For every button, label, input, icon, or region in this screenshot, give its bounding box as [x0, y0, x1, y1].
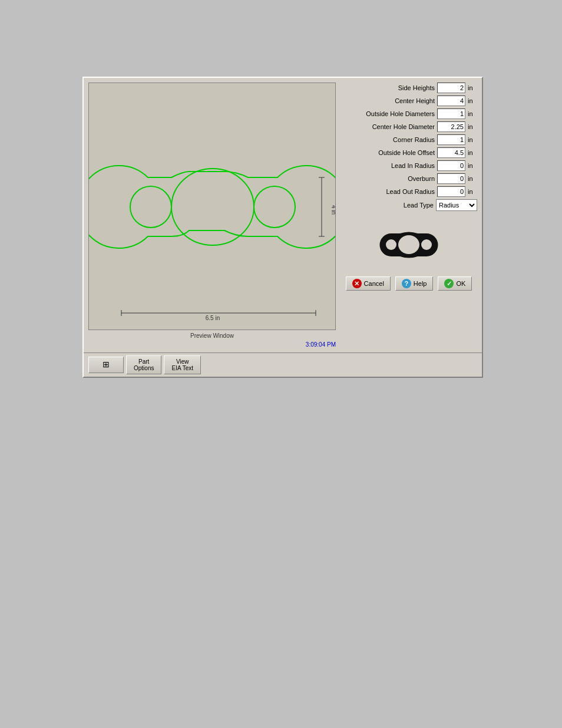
- lead-type-row: Lead Type Radius Line None: [340, 199, 477, 211]
- preview-label: Preview Window: [88, 331, 336, 340]
- thumbnail-svg: [376, 223, 441, 267]
- center-height-input[interactable]: [437, 95, 465, 106]
- outside-hole-offset-unit: in: [468, 149, 477, 156]
- outside-hole-diameters-input[interactable]: [437, 108, 465, 119]
- svg-point-0: [171, 169, 254, 245]
- svg-point-1: [130, 186, 171, 228]
- part-options-label: PartOptions: [134, 358, 154, 371]
- overburn-input[interactable]: [437, 173, 465, 184]
- help-icon: ?: [402, 279, 411, 288]
- corner-radius-input[interactable]: [437, 134, 465, 145]
- lead-in-radius-unit: in: [468, 162, 477, 169]
- overburn-unit: in: [468, 175, 477, 182]
- lead-out-radius-input[interactable]: [437, 186, 465, 197]
- action-button-row: ✕ Cancel ? Help ✓ OK: [340, 273, 477, 294]
- center-hole-diameter-input[interactable]: [437, 121, 465, 132]
- lead-out-radius-row: Lead Out Radius in: [340, 186, 477, 197]
- overburn-label: Overburn: [340, 175, 435, 182]
- outside-hole-offset-input[interactable]: [437, 147, 465, 158]
- side-heights-input[interactable]: [437, 83, 465, 93]
- bottom-toolbar: ⊞ PartOptions ViewEIA Text: [84, 353, 482, 377]
- grid-icon: ⊞: [103, 360, 110, 369]
- lead-type-label: Lead Type: [340, 202, 434, 209]
- center-hole-diameter-label: Center Hole Diameter: [340, 123, 435, 130]
- part-options-button[interactable]: PartOptions: [126, 355, 161, 374]
- shape-thumbnail: [340, 223, 477, 267]
- help-button[interactable]: ? Help: [395, 276, 434, 291]
- corner-radius-unit: in: [468, 136, 477, 143]
- lead-in-radius-label: Lead In Radius: [340, 162, 435, 169]
- lead-in-radius-input[interactable]: [437, 160, 465, 171]
- lead-out-radius-unit: in: [468, 188, 477, 195]
- ok-button[interactable]: ✓ OK: [438, 276, 472, 291]
- center-height-unit: in: [468, 97, 477, 104]
- cancel-button[interactable]: ✕ Cancel: [346, 276, 391, 291]
- corner-radius-label: Corner Radius: [340, 136, 435, 143]
- center-height-label: Center Height: [340, 97, 435, 104]
- lead-type-select[interactable]: Radius Line None: [436, 199, 477, 211]
- corner-radius-row: Corner Radius in: [340, 134, 477, 145]
- center-hole-diameter-unit: in: [468, 123, 477, 130]
- outside-hole-diameters-label: Outside Hole Diameters: [340, 110, 435, 117]
- outside-hole-diameters-unit: in: [468, 110, 477, 117]
- lead-in-radius-row: Lead In Radius in: [340, 160, 477, 171]
- svg-text:4 in: 4 in: [330, 205, 336, 215]
- toolbar-btn-icon1[interactable]: ⊞: [88, 357, 124, 373]
- center-height-row: Center Height in: [340, 95, 477, 106]
- preview-panel: 6.5 in 4 in Preview Window 3:09:04 PM: [88, 83, 336, 348]
- outside-hole-offset-row: Outside Hole Offset in: [340, 147, 477, 158]
- view-eia-text-label: ViewEIA Text: [171, 358, 193, 371]
- preview-canvas: 6.5 in 4 in: [88, 83, 336, 330]
- svg-text:6.5 in: 6.5 in: [206, 315, 220, 321]
- view-eia-text-button[interactable]: ViewEIA Text: [164, 355, 201, 374]
- shape-svg: 6.5 in 4 in: [89, 83, 336, 330]
- svg-point-2: [254, 186, 295, 228]
- ok-icon: ✓: [444, 279, 454, 288]
- center-hole-diameter-row: Center Hole Diameter in: [340, 121, 477, 132]
- timestamp: 3:09:04 PM: [88, 341, 336, 348]
- side-heights-unit: in: [468, 84, 477, 91]
- cancel-icon: ✕: [352, 279, 362, 288]
- outside-hole-diameters-row: Outside Hole Diameters in: [340, 108, 477, 119]
- right-panel: Side Heights in Center Height in Outside…: [340, 83, 477, 348]
- side-heights-row: Side Heights in: [340, 83, 477, 93]
- svg-point-12: [386, 239, 396, 250]
- svg-point-13: [421, 239, 432, 250]
- lead-out-radius-label: Lead Out Radius: [340, 188, 435, 195]
- overburn-row: Overburn in: [340, 173, 477, 184]
- side-heights-label: Side Heights: [340, 84, 435, 91]
- outside-hole-offset-label: Outside Hole Offset: [340, 149, 435, 156]
- main-window: 6.5 in 4 in Preview Window 3:09:04 PM Si…: [82, 77, 483, 378]
- svg-point-11: [398, 235, 419, 254]
